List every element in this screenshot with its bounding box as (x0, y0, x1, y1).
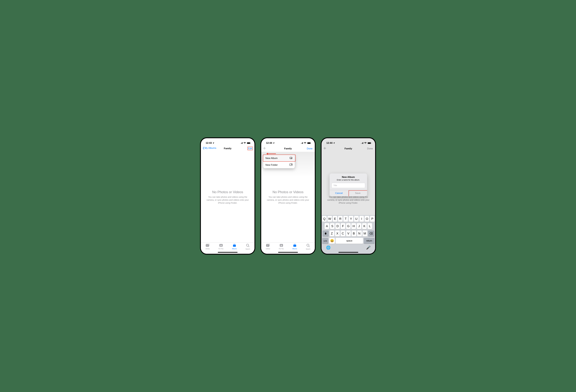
svg-rect-16 (233, 244, 235, 244)
key-D[interactable]: D (335, 223, 340, 229)
key-L[interactable]: L (368, 223, 372, 229)
chevron-left-icon (202, 147, 204, 149)
tab-icon (266, 244, 270, 248)
key-J[interactable]: J (357, 223, 361, 229)
key-Q[interactable]: Q (322, 216, 327, 222)
add-button[interactable] (323, 148, 326, 150)
key-U[interactable]: U (354, 216, 359, 222)
alert-save-button[interactable]: Save (348, 190, 367, 196)
key-R[interactable]: R (338, 216, 343, 222)
alert-input-wrapper (332, 183, 365, 188)
tab-label: For You (279, 248, 284, 250)
battery-icon (247, 142, 251, 144)
back-button[interactable]: My Albums (202, 147, 216, 149)
screen-main: No Photos or VideosYou can take photos a… (201, 138, 255, 254)
wifi-icon (243, 142, 246, 144)
tab-search[interactable]: Search (301, 243, 315, 254)
svg-rect-29 (280, 245, 281, 245)
key-Z[interactable]: Z (330, 230, 334, 236)
home-indicator[interactable] (218, 252, 237, 253)
status-bar: 12:44 (261, 138, 315, 145)
svg-rect-0 (240, 143, 240, 144)
key-K[interactable]: K (362, 223, 367, 229)
nav-bar: My AlbumsFamilyEdit (201, 145, 255, 152)
empty-title: No Photos or Videos (212, 190, 243, 194)
key-P[interactable]: P (370, 216, 374, 222)
add-menu-popover: New AlbumNew Folder (263, 155, 295, 168)
location-icon (273, 142, 275, 144)
svg-point-8 (206, 245, 207, 245)
battery-icon (307, 142, 311, 144)
empty-subtitle: You can take photos and videos using the… (265, 196, 311, 204)
key-G[interactable]: G (346, 223, 351, 229)
status-time: 12:44 (266, 141, 272, 144)
key-return[interactable]: return (364, 238, 374, 244)
nav-right-button[interactable]: Edit (247, 147, 253, 150)
tab-label: Search (306, 248, 310, 250)
alert-message: Enter a name for this album. (330, 179, 367, 183)
svg-rect-3 (242, 142, 243, 144)
svg-rect-19 (301, 143, 302, 144)
key-C[interactable]: C (341, 230, 345, 236)
location-icon (212, 142, 214, 144)
key-B[interactable]: B (352, 230, 356, 236)
status-bar: 12:43 (201, 138, 255, 145)
key-E[interactable]: E (333, 216, 337, 222)
cellular-icon (240, 142, 243, 144)
status-time: 12:44 (326, 141, 332, 144)
keyboard: QWERTYUIOPASDFGHJKLZXCVBNM123😀spaceretur… (321, 215, 375, 254)
key-shift[interactable] (322, 230, 329, 236)
key-emoji[interactable]: 😀 (329, 238, 335, 244)
tab-icon (206, 244, 210, 248)
key-Y[interactable]: Y (349, 216, 353, 222)
home-indicator[interactable] (278, 252, 298, 253)
mic-icon[interactable]: 🎤 (366, 246, 371, 250)
plus-icon (323, 147, 326, 150)
svg-rect-30 (282, 245, 282, 245)
key-V[interactable]: V (346, 230, 351, 236)
home-indicator[interactable] (339, 252, 358, 253)
key-T[interactable]: T (344, 216, 348, 222)
svg-rect-34 (294, 244, 296, 244)
tab-icon (306, 244, 310, 248)
tab-search[interactable]: Search (241, 243, 255, 254)
alert-cancel-button[interactable]: Cancel (330, 190, 348, 196)
svg-rect-13 (220, 246, 222, 246)
key-space[interactable]: space (336, 238, 363, 244)
menu-item-new-album[interactable]: New Album (263, 155, 295, 162)
wifi-icon (304, 142, 306, 144)
add-button[interactable] (263, 148, 266, 150)
svg-rect-18 (300, 143, 301, 144)
tab-label: Search (246, 248, 250, 250)
globe-icon[interactable]: 🌐 (326, 246, 331, 250)
key-H[interactable]: H (351, 223, 356, 229)
menu-item-new-folder[interactable]: New Folder (263, 162, 295, 168)
tab-library[interactable]: Library (261, 243, 275, 254)
key-numeric[interactable]: 123 (322, 238, 328, 244)
key-X[interactable]: X (335, 230, 340, 236)
phone-screen-3: 12:44FamilyDoneNo Photos or VideosYou ca… (321, 137, 376, 255)
key-O[interactable]: O (365, 216, 369, 222)
key-F[interactable]: F (341, 223, 345, 229)
nav-right-button[interactable]: Done (307, 147, 313, 150)
back-label: My Albums (204, 147, 216, 149)
svg-rect-46 (371, 143, 372, 143)
tab-icon (232, 244, 236, 248)
album-title-input[interactable] (333, 184, 364, 187)
empty-title: No Photos or Videos (272, 190, 304, 194)
svg-rect-14 (233, 245, 236, 247)
wifi-icon (364, 142, 367, 144)
empty-subtitle: You can take photos and videos using the… (325, 196, 372, 204)
key-M[interactable]: M (363, 230, 367, 236)
nav-right-button[interactable]: Done (367, 147, 373, 150)
key-A[interactable]: A (325, 223, 329, 229)
tab-label: For You (219, 248, 223, 250)
key-I[interactable]: I (359, 216, 364, 222)
key-delete[interactable] (368, 230, 374, 236)
tab-library[interactable]: Library (201, 243, 214, 254)
key-W[interactable]: W (327, 216, 332, 222)
svg-rect-32 (293, 245, 296, 247)
key-N[interactable]: N (357, 230, 362, 236)
status-time: 12:43 (206, 141, 212, 144)
key-S[interactable]: S (330, 223, 335, 229)
